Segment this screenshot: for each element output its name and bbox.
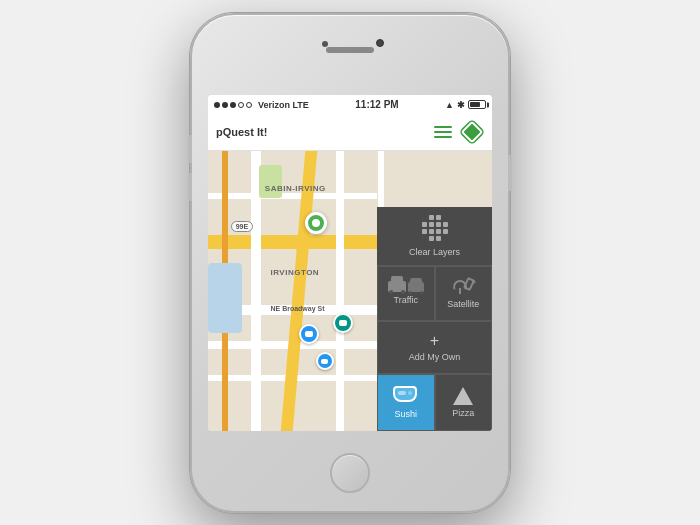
status-right: ▲ ✱ xyxy=(445,100,486,110)
map-area: SABIN-IRVING IRVINGTON 99E NE Broadway S… xyxy=(208,151,492,431)
status-bar: Verizon LTE 11:12 PM ▲ ✱ xyxy=(208,95,492,115)
front-sensor xyxy=(322,41,328,47)
bluetooth-icon-status: ✱ xyxy=(457,100,465,110)
battery-indicator xyxy=(468,100,486,109)
phone-screen: Verizon LTE 11:12 PM ▲ ✱ pQuest It! xyxy=(208,95,492,431)
satellite-label: Satellite xyxy=(447,299,479,309)
map-pin-2 xyxy=(333,313,353,333)
satellite-icon xyxy=(451,278,475,296)
map-pin-1 xyxy=(299,324,319,344)
road-99e-label: 99E xyxy=(231,221,253,232)
map-label-sabin: SABIN-IRVING xyxy=(265,184,326,193)
add-my-own-item[interactable]: + Add My Own xyxy=(377,321,492,374)
main-location-pin xyxy=(305,212,327,234)
map-pin-3 xyxy=(316,352,334,370)
road-v3 xyxy=(336,151,344,431)
pizza-label: Pizza xyxy=(452,408,474,418)
map-label-irvington: IRVINGTON xyxy=(270,268,319,277)
plus-icon: + xyxy=(430,333,439,349)
street-label: NE Broadway St xyxy=(270,305,324,312)
phone-body: Verizon LTE 11:12 PM ▲ ✱ pQuest It! xyxy=(190,13,510,513)
status-left: Verizon LTE xyxy=(214,100,309,110)
signal-dots xyxy=(214,102,252,108)
sushi-icon xyxy=(393,386,419,406)
volume-down-button xyxy=(188,173,192,201)
power-button xyxy=(508,155,512,191)
road-h5 xyxy=(208,193,377,199)
speaker xyxy=(326,47,374,53)
water-area xyxy=(208,263,242,333)
pizza-item[interactable]: Pizza xyxy=(435,374,493,431)
location-diamond-icon[interactable] xyxy=(460,120,484,144)
app-toolbar: pQuest It! xyxy=(208,115,492,151)
satellite-item[interactable]: Satellite xyxy=(435,266,493,321)
volume-up-button xyxy=(188,135,192,163)
clear-layers-section[interactable]: Clear Layers xyxy=(377,207,492,266)
road-h1 xyxy=(208,235,377,249)
traffic-label: Traffic xyxy=(393,295,418,305)
traffic-icon xyxy=(388,281,424,292)
carrier-label: Verizon LTE xyxy=(258,100,309,110)
traffic-item[interactable]: Traffic xyxy=(377,266,435,321)
panel-grid: Traffic xyxy=(377,266,492,431)
sushi-label: Sushi xyxy=(394,409,417,419)
right-panel: Clear Layers xyxy=(377,207,492,431)
phone-wrapper: Verizon LTE 11:12 PM ▲ ✱ pQuest It! xyxy=(190,13,510,513)
app-logo: pQuest It! xyxy=(216,126,267,138)
time-display: 11:12 PM xyxy=(355,99,398,110)
clear-layers-label: Clear Layers xyxy=(409,247,460,257)
sushi-item[interactable]: Sushi xyxy=(377,374,435,431)
location-icon-status: ▲ xyxy=(445,100,454,110)
home-button[interactable] xyxy=(330,453,370,493)
clear-layers-icon xyxy=(422,215,448,241)
toolbar-icons xyxy=(434,120,484,144)
pizza-icon xyxy=(452,387,474,405)
add-my-own-label: Add My Own xyxy=(409,352,461,362)
menu-icon[interactable] xyxy=(434,126,452,138)
camera xyxy=(376,39,384,47)
